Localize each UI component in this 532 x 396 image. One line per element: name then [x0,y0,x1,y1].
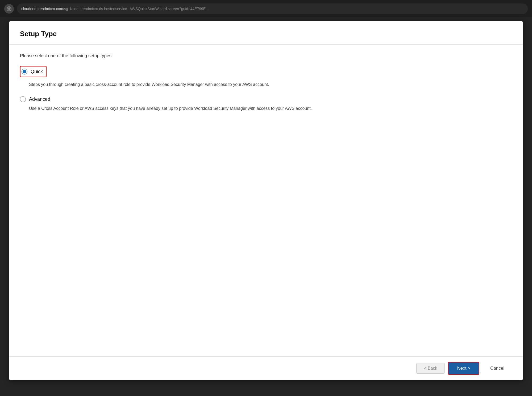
quick-radio[interactable] [22,69,27,74]
modal-title: Setup Type [20,30,512,38]
quick-option-highlight: Quick [20,66,47,77]
quick-option-label[interactable]: Quick [22,68,43,76]
browser-toolbar: cloudone.trendmicro.com/sg-1/com.trendmi… [0,0,532,17]
advanced-radio[interactable] [20,96,26,102]
cancel-button[interactable]: Cancel [483,363,512,374]
advanced-label: Advanced [29,97,50,102]
quick-label: Quick [31,69,43,74]
back-button[interactable]: < Back [416,363,445,374]
modal-header: Setup Type [9,21,523,45]
address-bar[interactable]: cloudone.trendmicro.com/sg-1/com.trendmi… [17,3,528,14]
modal-dialog: Setup Type Please select one of the foll… [9,21,523,380]
modal-body: Please select one of the following setup… [9,45,523,356]
next-button[interactable]: Next > [448,362,479,375]
setup-instruction: Please select one of the following setup… [20,53,512,59]
address-bar-path: /sg-1/com.trendmicro.ds.hostedservice--A… [63,7,209,11]
advanced-description: Use a Cross Account Role or AWS access k… [29,105,322,112]
modal-footer: < Back Next > Cancel [9,356,523,380]
quick-description: Steps you through creating a basic cross… [29,81,322,88]
address-bar-domain: cloudone.trendmicro.com [21,7,63,11]
browser-icon [4,4,14,14]
advanced-option-label[interactable]: Advanced [20,95,512,103]
